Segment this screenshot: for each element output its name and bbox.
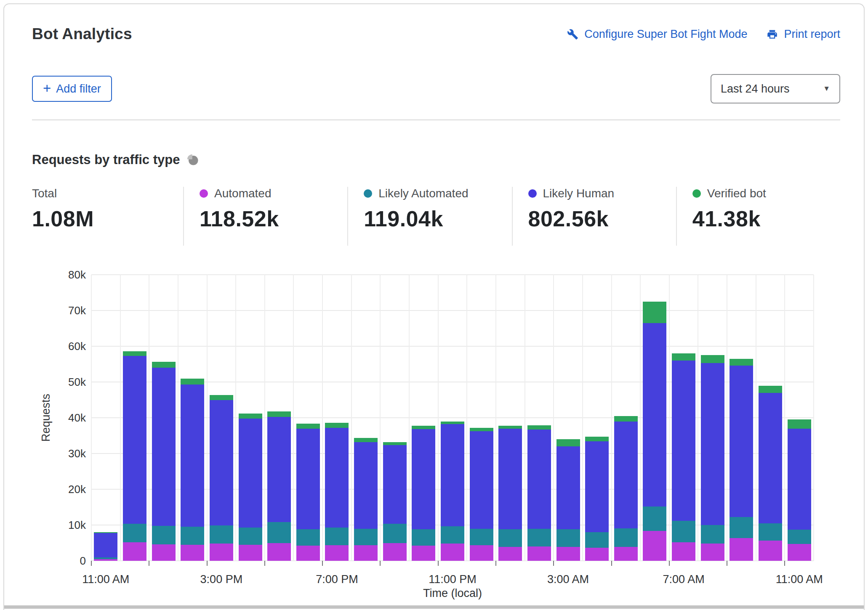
gridline-vertical [351, 275, 352, 561]
bar-segment-automated [498, 547, 522, 561]
bar-segment-likely-automated [239, 528, 262, 545]
stacked-bar [643, 302, 666, 561]
gridline-vertical [756, 275, 756, 561]
stats-row: Total 1.08M Automated 118.52k Likely Aut… [32, 187, 840, 246]
verified-bot-legend-dot [692, 189, 701, 198]
stacked-bar [383, 442, 407, 561]
gridline-vertical [813, 275, 814, 561]
bar-segment-verified-bot [152, 362, 176, 368]
y-tick-label: 50k [56, 376, 86, 388]
gridline-vertical [438, 275, 439, 561]
x-tick-label: 11:00 AM [753, 573, 846, 586]
bar-segment-likely-human [296, 429, 320, 529]
bar-segment-automated [94, 559, 117, 561]
bar-segment-likely-human [123, 356, 146, 524]
bar-segment-automated [614, 547, 638, 561]
bar-segment-likely-human [556, 446, 580, 529]
plot-area [91, 275, 814, 561]
gridline-vertical [525, 275, 525, 561]
bar-segment-verified-bot [556, 439, 580, 446]
stat-value: 41.38k [692, 206, 840, 231]
bar-segment-likely-automated [383, 524, 407, 543]
stat-value: 802.56k [528, 206, 676, 231]
print-report-link[interactable]: Print report [767, 28, 840, 41]
bar-segment-likely-human [210, 400, 233, 525]
bar-segment-likely-automated [470, 529, 493, 546]
bar-segment-likely-human [267, 417, 291, 522]
stacked-bar [701, 355, 724, 561]
bar-segment-likely-human [441, 424, 464, 526]
bar-segment-likely-automated [267, 522, 291, 543]
bar-segment-automated [412, 546, 435, 561]
gridline-vertical [120, 275, 121, 561]
gridline-vertical [784, 275, 785, 561]
stat-value: 118.52k [200, 206, 347, 231]
bar-segment-automated [470, 545, 493, 561]
bar-segment-verified-bot [383, 442, 407, 445]
bar-segment-likely-human [412, 429, 435, 529]
bar-segment-verified-bot [296, 424, 320, 429]
bar-segment-likely-human [94, 533, 117, 558]
bar-segment-likely-human [730, 366, 753, 517]
likely-human-legend-dot [528, 189, 537, 198]
stacked-bar [441, 422, 464, 561]
bar-segment-verified-bot [498, 426, 522, 429]
stat-label: Likely Human [543, 187, 615, 200]
bar-segment-likely-human [672, 361, 695, 521]
bar-segment-verified-bot [672, 353, 695, 361]
bar-segment-verified-bot [788, 419, 811, 428]
x-tick-label: 3:00 PM [175, 573, 268, 586]
stat-label: Automated [214, 187, 271, 200]
time-range-value: Last 24 hours [721, 82, 790, 95]
gridline-vertical [322, 275, 323, 561]
bar-segment-likely-automated [354, 529, 378, 546]
stacked-bar [267, 411, 291, 561]
bar-segment-verified-bot [470, 428, 493, 432]
x-axis-tick [727, 561, 727, 566]
y-tick-label: 0 [56, 554, 86, 567]
add-filter-button[interactable]: + Add filter [32, 76, 112, 102]
gridline-vertical [553, 275, 554, 561]
time-range-select[interactable]: Last 24 hours ▼ [711, 74, 840, 103]
bar-segment-likely-automated [123, 524, 146, 542]
configure-super-bot-fight-mode-link[interactable]: Configure Super Bot Fight Mode [567, 28, 747, 41]
y-tick-label: 30k [56, 447, 86, 460]
stat-total: Total 1.08M [32, 187, 183, 246]
x-axis-tick [149, 561, 149, 566]
chevron-down-icon: ▼ [823, 85, 830, 93]
stat-value: 1.08M [32, 206, 183, 231]
bar-segment-verified-bot [759, 386, 782, 393]
bar-segment-automated [296, 546, 320, 561]
stat-likely-automated: Likely Automated 119.04k [347, 187, 511, 246]
bar-segment-automated [210, 544, 233, 561]
stat-label: Total [32, 187, 57, 200]
y-axis-title: Requests [40, 384, 52, 451]
automated-legend-dot [200, 189, 208, 198]
gridline-vertical [207, 275, 208, 561]
configure-link-label: Configure Super Bot Fight Mode [584, 28, 747, 41]
x-axis-tick [611, 561, 612, 566]
bar-segment-likely-human [354, 442, 378, 529]
add-filter-label: Add filter [56, 82, 101, 95]
stacked-bar [181, 379, 204, 561]
x-tick-label: 11:00 AM [59, 573, 152, 586]
gridline-vertical [698, 275, 698, 561]
bar-segment-automated [701, 544, 724, 561]
bar-segment-likely-automated [672, 521, 695, 542]
stacked-bar [759, 386, 782, 561]
stat-likely-human: Likely Human 802.56k [512, 187, 676, 246]
bar-segment-automated [585, 548, 609, 561]
x-axis-tick [495, 561, 496, 566]
bar-segment-automated [527, 546, 551, 561]
gridline-vertical [149, 275, 149, 561]
bar-segment-verified-bot [239, 414, 262, 419]
bar-segment-verified-bot [585, 437, 609, 441]
header-divider [32, 119, 840, 120]
likely-automated-legend-dot [364, 189, 372, 198]
x-axis-tick [380, 561, 381, 566]
bar-segment-likely-automated [730, 517, 753, 538]
x-axis-tick [553, 561, 554, 566]
gridline-vertical [611, 275, 612, 561]
bar-segment-likely-human [701, 363, 724, 525]
y-tick-label: 20k [56, 483, 86, 496]
